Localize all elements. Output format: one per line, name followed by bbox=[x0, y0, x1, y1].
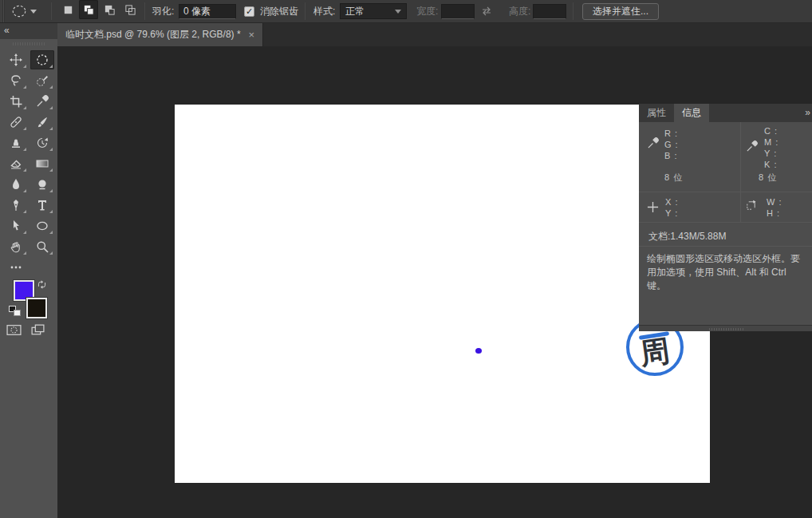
panel-resize-gripper[interactable] bbox=[639, 325, 812, 331]
document-size-readout: 文档:1.43M/5.88M bbox=[648, 230, 726, 243]
zoom-tool[interactable] bbox=[30, 237, 54, 256]
k-label: K : bbox=[764, 160, 777, 169]
info-panel-header: 属性 信息 » bbox=[639, 104, 812, 122]
path-selection-tool[interactable] bbox=[4, 216, 28, 235]
brush-tool[interactable] bbox=[30, 113, 54, 132]
crosshair-icon bbox=[647, 201, 659, 215]
swap-width-height-icon bbox=[480, 0, 493, 22]
m-label: M : bbox=[764, 137, 778, 147]
hand-icon bbox=[10, 240, 22, 253]
elliptical-marquee-preset-icon bbox=[11, 4, 27, 18]
chevron-down-icon bbox=[395, 10, 401, 14]
antialias-checkbox[interactable]: ✓ bbox=[244, 6, 254, 17]
blur-tool[interactable] bbox=[4, 175, 28, 194]
lasso-icon bbox=[10, 74, 22, 87]
panel-divider bbox=[639, 222, 812, 223]
eyedropper-readout-icon[interactable] bbox=[647, 137, 659, 151]
y-label: Y : bbox=[764, 148, 777, 158]
pathselect-icon bbox=[10, 219, 22, 232]
move-tool[interactable] bbox=[4, 50, 28, 69]
eyedropper-tool[interactable] bbox=[30, 92, 54, 111]
hand-tool[interactable] bbox=[4, 237, 28, 256]
chevron-down-icon bbox=[30, 10, 37, 14]
gripper-dots-icon bbox=[709, 328, 744, 330]
y-label: Y : bbox=[665, 208, 678, 218]
eyedropper-readout-icon[interactable] bbox=[746, 140, 758, 154]
ellipse-shape-tool[interactable] bbox=[30, 216, 54, 235]
dodge-icon bbox=[36, 178, 49, 191]
tool-hint-text: 绘制椭圆形选区或移动选区外框。要用加选项，使用 Shift、Alt 和 Ctrl… bbox=[647, 252, 806, 293]
gradient-tool[interactable] bbox=[30, 154, 54, 173]
type-icon bbox=[36, 199, 49, 212]
panel-divider bbox=[740, 122, 741, 192]
pen-tool[interactable] bbox=[4, 196, 28, 215]
zoom-icon bbox=[36, 240, 49, 253]
options-separator bbox=[305, 2, 305, 20]
default-background-swatch bbox=[14, 310, 21, 316]
tab-info[interactable]: 信息 bbox=[674, 104, 709, 122]
tools-panel-header: « bbox=[0, 23, 57, 39]
collapse-tools-button[interactable]: « bbox=[4, 25, 10, 36]
tab-properties[interactable]: 属性 bbox=[639, 104, 674, 122]
tools-panel-gripper[interactable] bbox=[13, 42, 45, 45]
elliptical-marquee-tool[interactable] bbox=[30, 50, 54, 69]
default-colors-button[interactable] bbox=[9, 306, 21, 316]
cmyk-depth-label: 8 位 bbox=[759, 172, 777, 184]
healing-brush-tool[interactable] bbox=[4, 113, 28, 132]
tools-grid bbox=[2, 49, 55, 278]
options-separator bbox=[573, 2, 574, 20]
screen-mode-button[interactable] bbox=[30, 323, 45, 340]
crop-icon bbox=[10, 95, 22, 108]
tool-preset-picker[interactable] bbox=[11, 0, 37, 22]
document-tab[interactable]: 临时文档.psd @ 79.6% (图层 2, RGB/8) * × bbox=[57, 23, 263, 46]
add-to-selection-button[interactable] bbox=[79, 0, 98, 19]
select-and-mask-button[interactable]: 选择并遮住... bbox=[582, 3, 659, 20]
painted-dot bbox=[475, 348, 482, 354]
edit-toolbar-button[interactable] bbox=[4, 258, 28, 277]
g-label: G : bbox=[664, 140, 679, 149]
options-bar-gripper[interactable] bbox=[0, 0, 6, 22]
rgb-depth-label: 8 位 bbox=[664, 172, 683, 184]
quick-selection-tool[interactable] bbox=[30, 71, 54, 90]
photoshop-window: 羽化: ✓ 消除锯齿 样式: 正常 宽度: 高度: 选择并遮住... « bbox=[0, 0, 812, 518]
quickselect-icon bbox=[36, 74, 49, 87]
swap-colors-button[interactable] bbox=[37, 279, 47, 293]
gradient-icon bbox=[36, 157, 49, 170]
c-label: C : bbox=[764, 126, 778, 136]
clone-stamp-tool[interactable] bbox=[4, 133, 28, 152]
lasso-tool[interactable] bbox=[4, 71, 28, 90]
dodge-tool[interactable] bbox=[30, 175, 54, 194]
subtract-from-selection-button[interactable] bbox=[100, 0, 119, 19]
antialias-label: 消除锯齿 bbox=[260, 0, 298, 22]
transform-size-icon bbox=[745, 200, 757, 213]
shape-icon bbox=[36, 219, 49, 232]
eyedropper-icon bbox=[36, 95, 49, 108]
new-selection-button[interactable] bbox=[58, 0, 77, 19]
stamp-icon bbox=[10, 136, 22, 149]
crop-tool[interactable] bbox=[4, 92, 28, 111]
eraser-tool[interactable] bbox=[4, 154, 28, 173]
options-separator bbox=[144, 2, 145, 20]
panel-divider bbox=[740, 192, 741, 222]
intersect-selection-button[interactable] bbox=[120, 0, 140, 19]
more-icon bbox=[10, 261, 22, 274]
healing-icon bbox=[10, 116, 22, 129]
style-select-value: 正常 bbox=[345, 5, 365, 18]
panel-divider bbox=[639, 246, 812, 247]
close-tab-icon[interactable]: × bbox=[249, 29, 255, 41]
history-brush-tool[interactable] bbox=[30, 133, 54, 152]
style-select[interactable]: 正常 bbox=[340, 3, 407, 19]
feather-label: 羽化: bbox=[152, 0, 174, 22]
quick-mask-mode-button[interactable] bbox=[6, 323, 22, 340]
width-input[interactable] bbox=[441, 4, 475, 19]
panel-menu-icon[interactable]: » bbox=[805, 107, 810, 118]
document-tab-title: 临时文档.psd @ 79.6% (图层 2, RGB/8) * bbox=[65, 28, 241, 42]
type-tool[interactable] bbox=[30, 196, 54, 215]
document-canvas[interactable]: 周 bbox=[175, 105, 710, 483]
height-input[interactable] bbox=[533, 4, 566, 19]
feather-input[interactable] bbox=[179, 4, 236, 19]
blur-icon bbox=[10, 178, 22, 191]
panel-divider bbox=[639, 192, 812, 192]
w-label: W : bbox=[767, 197, 782, 207]
background-color-swatch[interactable] bbox=[26, 298, 47, 318]
